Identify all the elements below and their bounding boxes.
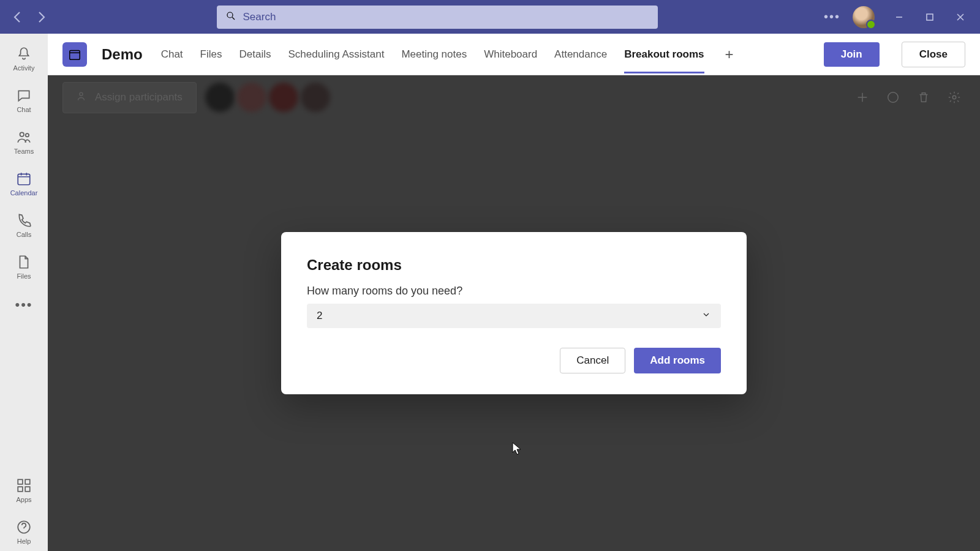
titlebar-right: ••• bbox=[824, 6, 973, 28]
cancel-button[interactable]: Cancel bbox=[560, 348, 625, 373]
room-count-select[interactable]: 2 bbox=[307, 304, 721, 328]
svg-rect-7 bbox=[18, 487, 23, 492]
close-window-button[interactable] bbox=[948, 7, 973, 27]
join-button[interactable]: Join bbox=[824, 42, 880, 67]
app-rail: Activity Chat Teams Calendar Calls Files… bbox=[0, 34, 48, 551]
svg-point-3 bbox=[26, 133, 29, 137]
meeting-header: Demo Chat Files Details Scheduling Assis… bbox=[48, 34, 980, 75]
close-button[interactable]: Close bbox=[902, 42, 965, 67]
tab-whiteboard[interactable]: Whiteboard bbox=[484, 36, 537, 73]
meeting-icon bbox=[62, 42, 87, 67]
svg-point-2 bbox=[20, 132, 24, 137]
rail-chat[interactable]: Chat bbox=[2, 81, 45, 119]
rail-label: Files bbox=[17, 272, 31, 280]
svg-rect-10 bbox=[70, 50, 80, 59]
search-wrap bbox=[59, 6, 816, 29]
tab-attendance[interactable]: Attendance bbox=[554, 36, 607, 73]
svg-rect-8 bbox=[25, 487, 30, 492]
calendar-icon bbox=[16, 171, 32, 187]
rail-label: Calendar bbox=[10, 189, 38, 197]
add-tab-button[interactable]: + bbox=[722, 46, 737, 63]
rail-calendar[interactable]: Calendar bbox=[2, 165, 45, 203]
title-bar: ••• bbox=[0, 0, 980, 34]
selected-value: 2 bbox=[317, 310, 322, 322]
chevron-down-icon bbox=[701, 310, 711, 323]
more-options-button[interactable]: ••• bbox=[824, 10, 840, 24]
svg-rect-4 bbox=[18, 174, 30, 184]
rail-label: Chat bbox=[17, 106, 31, 113]
forward-button[interactable] bbox=[32, 7, 51, 27]
apps-icon bbox=[16, 478, 32, 493]
search-icon bbox=[225, 10, 236, 24]
tab-chat[interactable]: Chat bbox=[161, 36, 183, 73]
user-avatar[interactable] bbox=[853, 6, 875, 28]
nav-arrows bbox=[7, 7, 51, 27]
help-icon bbox=[16, 519, 32, 535]
rail-label: Apps bbox=[16, 496, 31, 503]
dialog-actions: Cancel Add rooms bbox=[307, 348, 721, 373]
file-icon bbox=[16, 254, 32, 270]
rail-label: Calls bbox=[17, 231, 31, 238]
meeting-title: Demo bbox=[102, 46, 143, 63]
rail-label: Teams bbox=[14, 148, 34, 155]
bell-icon bbox=[16, 46, 32, 62]
minimize-button[interactable] bbox=[887, 7, 911, 27]
tab-meeting-notes[interactable]: Meeting notes bbox=[401, 36, 467, 73]
rail-help[interactable]: Help bbox=[2, 513, 45, 551]
phone-icon bbox=[16, 212, 32, 228]
chat-icon bbox=[16, 88, 32, 103]
rail-more[interactable]: ••• bbox=[15, 290, 32, 320]
rail-activity[interactable]: Activity bbox=[2, 40, 45, 78]
search-box[interactable] bbox=[217, 6, 658, 29]
maximize-button[interactable] bbox=[918, 7, 942, 27]
tab-details[interactable]: Details bbox=[239, 36, 271, 73]
tab-files[interactable]: Files bbox=[200, 36, 222, 73]
rail-label: Activity bbox=[13, 64, 35, 72]
create-rooms-dialog: Create rooms How many rooms do you need?… bbox=[281, 232, 747, 394]
rail-files[interactable]: Files bbox=[2, 248, 45, 286]
search-input[interactable] bbox=[243, 11, 649, 23]
rail-apps[interactable]: Apps bbox=[2, 471, 45, 509]
add-rooms-button[interactable]: Add rooms bbox=[634, 348, 721, 373]
svg-rect-1 bbox=[927, 14, 933, 20]
svg-rect-6 bbox=[25, 479, 30, 484]
rail-calls[interactable]: Calls bbox=[2, 206, 45, 244]
rail-teams[interactable]: Teams bbox=[2, 123, 45, 161]
content-area: Demo Chat Files Details Scheduling Assis… bbox=[48, 34, 980, 551]
tab-breakout-rooms[interactable]: Breakout rooms bbox=[624, 36, 704, 73]
svg-point-0 bbox=[227, 12, 233, 18]
tabs: Chat Files Details Scheduling Assistant … bbox=[161, 36, 737, 73]
breakout-rooms-panel: Assign participants See your bbox=[48, 75, 980, 551]
modal-backdrop[interactable]: Create rooms How many rooms do you need?… bbox=[48, 75, 980, 551]
svg-rect-5 bbox=[18, 479, 23, 484]
dialog-title: Create rooms bbox=[307, 257, 721, 274]
rail-label: Help bbox=[17, 538, 31, 545]
window-controls bbox=[887, 7, 973, 27]
tab-scheduling-assistant[interactable]: Scheduling Assistant bbox=[288, 36, 384, 73]
teams-icon bbox=[16, 129, 32, 145]
back-button[interactable] bbox=[7, 7, 27, 27]
dialog-question: How many rooms do you need? bbox=[307, 285, 721, 298]
